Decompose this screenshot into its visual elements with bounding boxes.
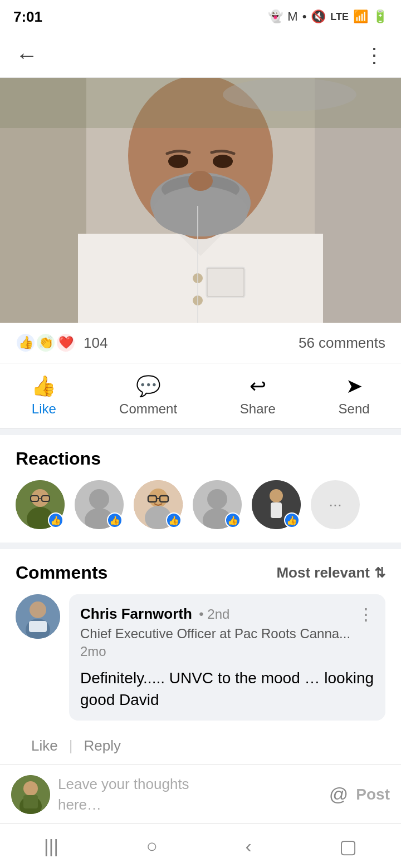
like-badge-4: 👍 [225,512,241,528]
gmail-icon: M [287,9,297,24]
svg-rect-44 [278,518,284,528]
battery-icon: 🔋 [373,9,388,24]
signal-icon: 📶 [353,9,368,24]
comment-author-name[interactable]: Chris Farnworth [80,605,192,622]
snapchat-icon: 👻 [268,9,283,24]
post-button[interactable]: Post [356,786,390,803]
comment-time: 2mo [80,644,374,659]
svg-point-23 [31,489,49,507]
like-badge-3: 👍 [166,512,182,528]
sort-arrows-icon: ⇅ [374,565,385,581]
svg-point-38 [207,489,227,509]
input-user-avatar [11,775,50,814]
comment-icon: 💬 [136,374,161,398]
svg-point-17 [213,155,233,168]
reaction-more-button[interactable]: ··· [311,480,360,529]
comments-title: Comments [16,563,107,583]
sort-label: Most relevant [276,564,370,581]
svg-rect-52 [23,795,38,808]
reaction-avatar-1[interactable]: 👍 [16,480,65,529]
reactions-section: Reactions 👍 [0,435,401,542]
svg-rect-42 [271,502,282,518]
action-buttons: 👍 Like 💬 Comment ↩ Share ➤ Send [0,363,401,428]
comment-button[interactable]: 💬 Comment [108,369,188,422]
nav-apps-button[interactable]: ▢ [339,835,357,857]
like-badge-1: 👍 [48,512,63,528]
reactions-bar: 👍 👏 ❤️ 104 56 comments [0,323,401,363]
comment-degree: • 2nd [199,606,229,622]
post-image [0,78,401,323]
top-nav: ← ⋮ [0,33,401,78]
nav-home-button[interactable]: ○ [146,835,158,857]
reactions-title: Reactions [16,448,385,469]
comments-section: Comments Most relevant ⇅ Chris Farnworth… [0,549,401,776]
love-reaction-emoji[interactable]: ❤️ [56,333,76,353]
svg-point-50 [23,781,38,796]
comment-author-group: Chris Farnworth • 2nd [80,605,229,623]
mention-button[interactable]: @ [329,783,349,805]
svg-point-21 [223,78,356,111]
like-icon: 👍 [31,374,56,398]
like-button[interactable]: 👍 Like [20,369,67,422]
comment-actions: Like | Reply [16,729,385,762]
send-label: Send [339,401,370,417]
svg-point-16 [168,155,188,168]
share-label: Share [240,401,276,417]
lte-icon: LTE [330,11,349,23]
nav-back-button[interactable]: ‹ [246,835,252,857]
reactions-avatars: 👍 👍 [16,480,385,529]
celebrate-reaction-emoji[interactable]: 👏 [36,333,56,353]
like-badge-2: 👍 [107,512,123,528]
more-avatar-circle: ··· [311,480,360,529]
bottom-nav: ||| ○ ‹ ▢ [0,823,401,868]
comments-header: Comments Most relevant ⇅ [16,563,385,583]
like-reaction-emoji[interactable]: 👍 [16,333,36,353]
status-icons: 👻 M • 🔇 LTE 📶 🔋 [268,9,388,24]
comment-input[interactable]: Leave your thoughts here… [58,774,321,815]
svg-rect-43 [268,518,274,528]
share-icon: ↩ [250,374,266,398]
more-dots-icon: ··· [329,496,341,514]
comments-count-label[interactable]: 56 comments [299,334,385,352]
comment-author-line: Chris Farnworth • 2nd ⋮ [80,604,374,624]
comment-avatar[interactable] [16,594,60,639]
status-bar: 7:01 👻 M • 🔇 LTE 📶 🔋 [0,0,401,33]
comment-label: Comment [119,401,177,417]
portrait-svg [0,78,401,323]
share-button[interactable]: ↩ Share [229,369,287,422]
nav-recents-button[interactable]: ||| [44,835,59,857]
reaction-avatar-3[interactable]: 👍 [134,480,183,529]
sort-button[interactable]: Most relevant ⇅ [276,564,385,581]
like-badge-5: 👍 [284,512,300,528]
mute-icon: 🔇 [311,9,326,24]
send-button[interactable]: ➤ Send [327,369,381,422]
reaction-avatar-5[interactable]: 👍 [252,480,301,529]
send-icon: ➤ [346,374,363,398]
status-time: 7:01 [13,8,42,26]
comment-reply-button[interactable]: Reply [84,737,120,754]
comment-body: Chris Farnworth • 2nd ⋮ Chief Executive … [69,594,385,721]
comment-like-button[interactable]: Like [31,737,58,754]
reaction-count: 104 [84,334,107,352]
comment-more-button[interactable]: ⋮ [358,604,374,624]
back-button[interactable]: ← [16,43,38,68]
svg-point-14 [153,186,248,236]
svg-point-15 [188,171,213,191]
svg-rect-48 [29,621,47,632]
input-bar: Leave your thoughts here… @ Post [0,765,401,823]
svg-point-29 [89,489,109,509]
reaction-avatar-4[interactable]: 👍 [193,480,242,529]
svg-point-41 [270,489,283,502]
dot-indicator: • [302,9,307,24]
svg-point-46 [30,601,46,618]
like-label: Like [32,401,56,417]
comment-item: Chris Farnworth • 2nd ⋮ Chief Executive … [16,594,385,721]
comment-separator: | [69,737,73,754]
comment-text: Definitely..... UNVC to the mood … looki… [80,667,374,711]
comment-job-title: Chief Executive Officer at Pac Roots Can… [80,626,374,642]
more-menu-button[interactable]: ⋮ [364,44,385,67]
reaction-avatar-2[interactable]: 👍 [75,480,124,529]
svg-rect-6 [206,267,245,298]
reactions-left: 👍 👏 ❤️ 104 [16,333,107,353]
